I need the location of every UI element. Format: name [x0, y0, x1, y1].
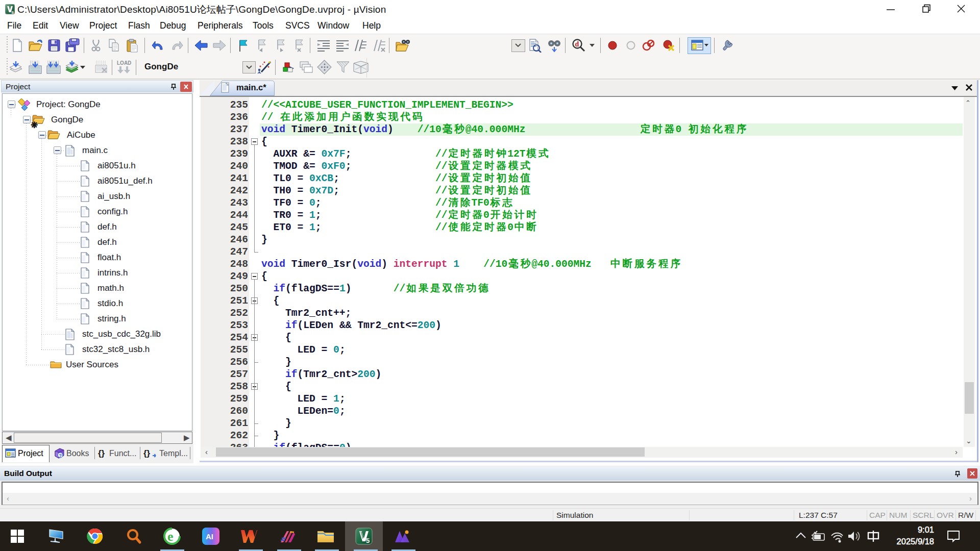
svg-text:d: d [575, 40, 579, 48]
svg-text:s: s [11, 10, 14, 15]
svg-text:AI: AI [206, 532, 213, 541]
svg-text:2025/9/18: 2025/9/18 [897, 537, 934, 546]
svg-text:e: e [167, 529, 174, 544]
svg-text:5: 5 [366, 537, 370, 544]
svg-text:9:01: 9:01 [918, 525, 934, 534]
svg-text:LOAD: LOAD [117, 60, 131, 66]
svg-text:?: ? [59, 453, 62, 458]
